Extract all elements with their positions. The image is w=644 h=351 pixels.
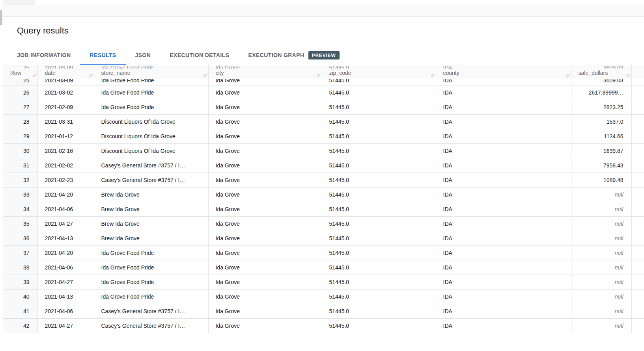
cell-county: IDA [436, 79, 571, 85]
tab-json[interactable]: JSON [126, 46, 161, 65]
table-row: 282021-03-31Discount Liquors Of Ida Grov… [3, 114, 644, 129]
table-row: 392021-04-27Ida Grove Food PrideIda Grov… [3, 275, 644, 289]
scrolled-row-ghost: Ida Grove Food Pride [94, 65, 208, 69]
cell-date: 2021-04-06 [37, 304, 94, 318]
cell-sale-dollars: null [571, 187, 631, 202]
cell-county: IDA [436, 231, 571, 245]
cell-row: 29 [3, 129, 37, 143]
tab-label: EXECUTION GRAPH [248, 52, 304, 58]
cell-store-name: Casey's General Store #3757 / I… [94, 304, 208, 318]
panel-top-gap [3, 5, 644, 17]
column-label: date [45, 70, 56, 76]
column-header-store-name: Ida Grove Food Pride store_name // [94, 65, 208, 79]
cell-zip-code: 51445.0 [322, 289, 436, 304]
cell-store-name: Ida Grove Food Pride [94, 289, 208, 304]
cell-overflow [631, 202, 644, 216]
column-resize-handle[interactable]: // [89, 73, 93, 78]
scrolled-row-ghost: 25 [3, 65, 37, 69]
cell-city: Ida Grove [208, 129, 322, 143]
cell-zip-code: 51445.0 [322, 304, 436, 318]
column-resize-handle[interactable]: // [33, 73, 37, 78]
column-label: store_name [101, 70, 131, 76]
cell-store-name: Discount Liquors Of Ida Grove [94, 143, 208, 158]
cell-row: 31 [3, 158, 37, 173]
table-row: 332021-04-20Brew Ida GroveIda Grove51445… [3, 187, 644, 202]
table-row: 322021-02-23Casey's General Store #3757 … [3, 173, 644, 187]
table-row: 372021-04-20Ida Grove Food PrideIda Grov… [3, 245, 644, 260]
cell-overflow [631, 245, 644, 260]
cell-row: 36 [3, 231, 37, 245]
cell-date: 2021-04-06 [37, 260, 94, 275]
scrolled-row-ghost: 2021-03-09 [38, 65, 94, 69]
cell-store-name: Ida Grove Food Pride [94, 245, 208, 260]
cell-city: Ida Grove [208, 260, 322, 275]
column-label: Row [10, 70, 21, 76]
column-resize-handle[interactable]: // [566, 73, 570, 78]
column-resize-handle[interactable]: // [431, 73, 435, 78]
page-title: Query results [17, 26, 69, 36]
cell-city: Ida Grove [208, 275, 322, 289]
cell-store-name: Casey's General Store #3757 / I… [94, 173, 208, 187]
table-row: 352021-04-27Brew Ida GroveIda Grove51445… [3, 216, 644, 231]
cell-row: 41 [3, 304, 37, 318]
column-label: zip_code [329, 70, 351, 76]
cell-zip-code: 51445.0 [322, 100, 436, 114]
cell-sale-dollars: 7958.43 [571, 158, 631, 173]
vertical-scrollbar-thumb[interactable] [0, 10, 2, 25]
table-row: 302021-02-16Discount Liquors Of Ida Grov… [3, 143, 644, 158]
cell-overflow [631, 100, 644, 114]
cell-store-name: Ida Grove Food Pride [94, 79, 208, 85]
cell-county: IDA [436, 260, 571, 275]
column-resize-handle[interactable]: // [627, 73, 631, 78]
column-label: county [443, 70, 459, 76]
cell-county: IDA [436, 129, 571, 143]
tab-execution-details[interactable]: EXECUTION DETAILS [160, 46, 239, 65]
cell-zip-code: 51445.0 [322, 260, 436, 275]
cell-row: 37 [3, 245, 37, 260]
results-table-container: 25 Row // 2021-03-09 date // Ida Grove F… [3, 65, 644, 333]
cell-county: IDA [436, 202, 571, 216]
cell-city: Ida Grove [208, 318, 322, 333]
column-label: city [216, 70, 224, 76]
column-header-county: IDA county // [436, 65, 571, 79]
column-resize-handle[interactable]: // [317, 73, 321, 78]
cell-zip-code: 51445.0 [322, 129, 436, 143]
table-row: 382021-04-06Ida Grove Food PrideIda Grov… [3, 260, 644, 275]
cell-county: IDA [436, 289, 571, 304]
cell-zip-code: 51445.0 [322, 187, 436, 202]
cell-overflow [631, 187, 644, 202]
cell-row: 40 [3, 289, 37, 304]
tab-label: RESULTS [90, 52, 116, 58]
column-resize-handle[interactable]: // [203, 73, 207, 78]
cell-sale-dollars: null [571, 275, 631, 289]
cell-store-name: Ida Grove Food Pride [94, 275, 208, 289]
cell-zip-code: 51445.0 [322, 173, 436, 187]
cell-date: 2021-03-09 [37, 79, 94, 85]
column-header-row: 25 Row // [3, 65, 37, 79]
cell-city: Ida Grove [208, 245, 322, 260]
cell-row: 32 [3, 173, 37, 187]
tab-label: JSON [135, 52, 151, 58]
cell-county: IDA [436, 187, 571, 202]
cell-store-name: Discount Liquors Of Ida Grove [94, 129, 208, 143]
cell-store-name: Brew Ida Grove [94, 202, 208, 216]
editor-area-sliver [3, 0, 644, 5]
cell-row: 39 [3, 275, 37, 289]
table-row: 262021-03-02Ida Grove Food PrideIda Grov… [3, 85, 644, 100]
cell-row: 35 [3, 216, 37, 231]
cell-overflow [631, 173, 644, 187]
cell-overflow [631, 143, 644, 158]
tab-label: JOB INFORMATION [17, 52, 71, 58]
cell-overflow [631, 85, 644, 100]
column-header-city: Ida Grove city // [208, 65, 322, 79]
tab-job-information[interactable]: JOB INFORMATION [7, 46, 80, 65]
cell-city: Ida Grove [208, 85, 322, 100]
tab-execution-graph[interactable]: EXECUTION GRAPH PREVIEW [239, 46, 349, 65]
cell-date: 2021-01-12 [37, 129, 94, 143]
cell-store-name: Ida Grove Food Pride [94, 100, 208, 114]
tab-results[interactable]: RESULTS [80, 46, 125, 65]
table-row: 362021-04-13Brew Ida GroveIda Grove51445… [3, 231, 644, 245]
cell-overflow [631, 275, 644, 289]
cell-sale-dollars: null [571, 318, 631, 333]
column-header-sale-dollars: 3609.03 sale_dollars // [571, 65, 631, 79]
